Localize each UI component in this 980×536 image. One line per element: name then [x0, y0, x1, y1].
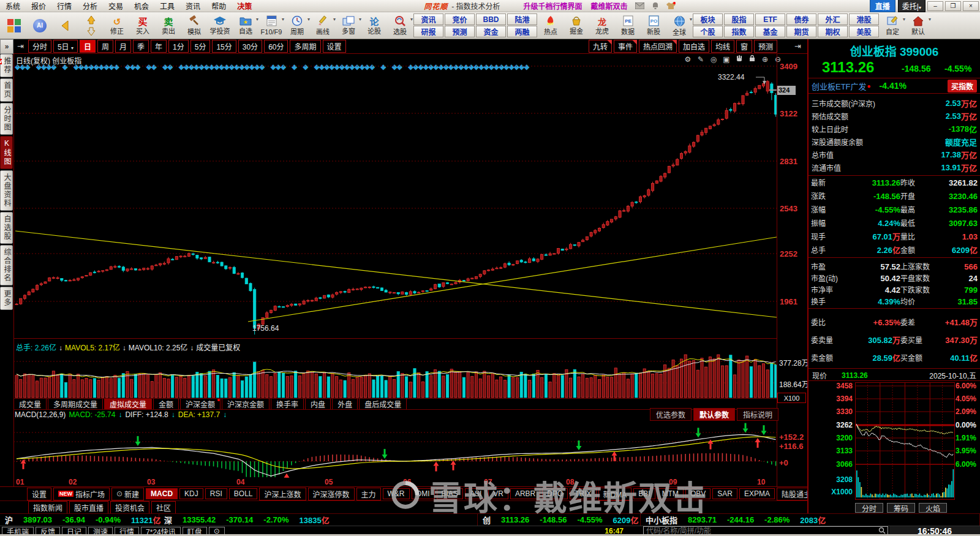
tool-1[interactable]: 九转 — [589, 40, 612, 53]
volume-tab-2[interactable]: 多周期成交量 — [48, 399, 103, 409]
toolbar-button-竞价[interactable]: 竞价 — [445, 13, 475, 25]
order-trade-button[interactable]: 委托|▾ — [898, 0, 925, 12]
f10-f9-button[interactable]: F10/F9▾ — [258, 13, 284, 39]
menu-item-3[interactable]: 行情 — [51, 2, 77, 11]
tool-3[interactable]: 热点回溯 — [639, 40, 677, 53]
menu-item-8[interactable]: 资讯 — [180, 2, 206, 11]
gold-mining-button[interactable]: 掘金 — [564, 13, 589, 39]
menu-item-7[interactable]: 工具 — [154, 2, 180, 11]
toolbar-button-ETF[interactable]: ETF — [755, 13, 785, 25]
period-2[interactable]: 5日 ▾ — [53, 40, 78, 53]
volume-tab-7[interactable]: 换手率 — [271, 399, 304, 409]
tool-5[interactable]: 均线 — [711, 40, 734, 53]
indicator-tab-BBI[interactable]: BBI — [633, 488, 655, 499]
tool-6[interactable]: 窗 — [736, 40, 752, 53]
bell-icon[interactable] — [652, 2, 659, 10]
period-12[interactable]: 60分 — [264, 40, 288, 53]
default-layout-dropdown-icon[interactable]: ▾ — [929, 17, 931, 22]
close-button[interactable]: × — [963, 1, 979, 11]
indicator-tab-设置[interactable]: 设置 — [27, 488, 51, 500]
period-3[interactable]: 日 — [80, 40, 96, 53]
period-5[interactable]: 月 — [115, 40, 131, 53]
stock-screener-dropdown-icon[interactable]: ▾ — [410, 17, 413, 22]
macd-chart[interactable] — [13, 409, 777, 478]
new-shares-button[interactable]: PO新股 — [641, 13, 666, 39]
menu-item-6[interactable]: 机会 — [129, 2, 154, 11]
indicator-tab-MACD[interactable]: MACD — [146, 488, 178, 499]
kline-chart[interactable]: 3322.441756.64 — [13, 54, 777, 338]
indicator-tab-RSI[interactable]: RSI — [205, 488, 227, 499]
global-markets-button[interactable]: 全球▾ — [666, 13, 692, 39]
toolbar-button-债券[interactable]: 债券 — [786, 13, 816, 25]
indicator-tab-DPO[interactable]: DPO — [542, 488, 568, 499]
toolbar-button-预测[interactable]: 预测 — [445, 26, 475, 37]
sidebar-item-5[interactable]: 大盘资料 — [0, 170, 13, 211]
up-down-button[interactable] — [78, 13, 104, 39]
hot-topics-button[interactable]: HOT热点 — [538, 13, 564, 39]
indicator-tab-KDJ[interactable]: KDJ — [179, 488, 203, 499]
indicator-tab-BOLL[interactable]: BOLL — [229, 488, 258, 499]
toolbar-button-资讯[interactable]: 资讯 — [413, 13, 443, 25]
live-broadcast-button[interactable]: 直播 — [870, 0, 895, 12]
global-markets-dropdown-icon[interactable]: ▾ — [690, 17, 692, 22]
sidebar-item-3[interactable]: 分时图 — [0, 103, 13, 135]
status-index-2[interactable]: 深13355.42-370.14-2.70%13835亿 — [159, 514, 478, 526]
indicator-tab-VR[interactable]: VR — [488, 488, 508, 499]
indicator-tab-TRIX[interactable]: TRIX — [570, 488, 596, 499]
status-index-4[interactable]: 中小板指8293.71-244.16-2.86%2083亿 — [641, 514, 980, 526]
volume-tab-3[interactable]: 虚拟成交量 — [104, 399, 152, 409]
promo-link-upgrade[interactable]: 升级千档行情界面 — [524, 1, 582, 11]
tool-2[interactable]: 事件 — [614, 40, 637, 53]
indicator-tab-BIAS[interactable]: BIAS — [437, 488, 463, 499]
mini-tab-筹码[interactable]: 筹码 — [887, 503, 915, 513]
default-layout-button[interactable]: 默认▾ — [905, 13, 931, 39]
intraday-mini-chart[interactable] — [855, 382, 955, 500]
indicator-tab-指标广场[interactable]: NEW指标广场 — [53, 488, 110, 500]
sidebar-item-7[interactable]: 综合排名 — [0, 245, 13, 285]
indicator-tab-W&R[interactable]: W&R — [383, 488, 410, 499]
stock-forum-button[interactable]: 论论股 — [361, 13, 387, 39]
period-14[interactable]: 设置 — [323, 40, 346, 53]
mini-tab-火焰[interactable]: 火焰 — [919, 503, 947, 513]
toolbar-button-期货[interactable]: 期货 — [786, 26, 816, 37]
sidebar-collapse-button[interactable]: » — [0, 39, 13, 54]
volume-tab-10[interactable]: 盘后成交量 — [359, 399, 407, 409]
indicator-tab-SAR[interactable]: SAR — [712, 488, 737, 499]
toolbar-button-两融[interactable]: 两融 — [507, 26, 537, 37]
period-6[interactable]: 季 — [133, 40, 149, 53]
volume-tab-6[interactable]: 沪深京金额 — [222, 399, 270, 409]
ai-assistant-button[interactable]: AI — [27, 13, 53, 39]
toolbar-button-期权[interactable]: 期权 — [818, 26, 848, 37]
sidebar-item-4[interactable]: K线图 — [0, 136, 13, 169]
indicator-tab-OBV[interactable]: OBV — [685, 488, 710, 499]
period-9[interactable]: 5分 — [190, 40, 211, 53]
pe-data-button[interactable]: PE数据 — [615, 13, 641, 39]
period-8[interactable]: 1分 — [168, 40, 189, 53]
learn-invest-button[interactable]: 学投资 — [207, 13, 233, 39]
watchlist-button[interactable]: ★自选▾ — [233, 13, 258, 39]
news-tab-指数新闻[interactable]: 指数新闻 — [28, 501, 67, 514]
multi-window-button[interactable]: 多窗▾ — [336, 13, 361, 39]
toolbar-button-外汇[interactable]: 外汇 — [818, 13, 848, 25]
indicator-tab-新建[interactable]: ⊙新建 — [111, 488, 144, 500]
status-index-1[interactable]: 沪3897.03-36.94-0.94%11321亿 — [0, 514, 159, 526]
jump-end-icon[interactable]: ⇥ — [794, 42, 801, 51]
buy-index-button[interactable]: 买指数 — [948, 80, 977, 92]
indicator-tab-MTM[interactable]: MTM — [657, 488, 684, 499]
tool-4[interactable]: 加自选 — [679, 40, 709, 53]
toolbar-button-美股[interactable]: 美股 — [849, 26, 879, 37]
jump-start-icon[interactable]: ⇥ — [17, 42, 24, 51]
volume-tab-1[interactable]: 成交量 — [13, 399, 47, 409]
sidebar-item-6[interactable]: 自选股 — [0, 212, 13, 244]
indicator-tab-EXPMA[interactable]: EXPMA — [739, 488, 775, 499]
news-tab-股市直播[interactable]: 股市直播 — [69, 501, 108, 514]
toolbar-button-陆港[interactable]: 陆港 — [507, 13, 537, 25]
app-logo-button[interactable] — [1, 13, 27, 39]
sidebar-item-2[interactable]: 首页 — [0, 78, 13, 102]
simulate-button[interactable]: 模拟 — [181, 13, 207, 39]
period-13[interactable]: 多周期 — [290, 40, 320, 53]
period-button[interactable]: 周期▾ — [284, 13, 310, 39]
period-10[interactable]: 15分 — [212, 40, 236, 53]
back-button[interactable] — [53, 13, 78, 39]
toolbar-button-板块[interactable]: 板块 — [693, 13, 723, 25]
